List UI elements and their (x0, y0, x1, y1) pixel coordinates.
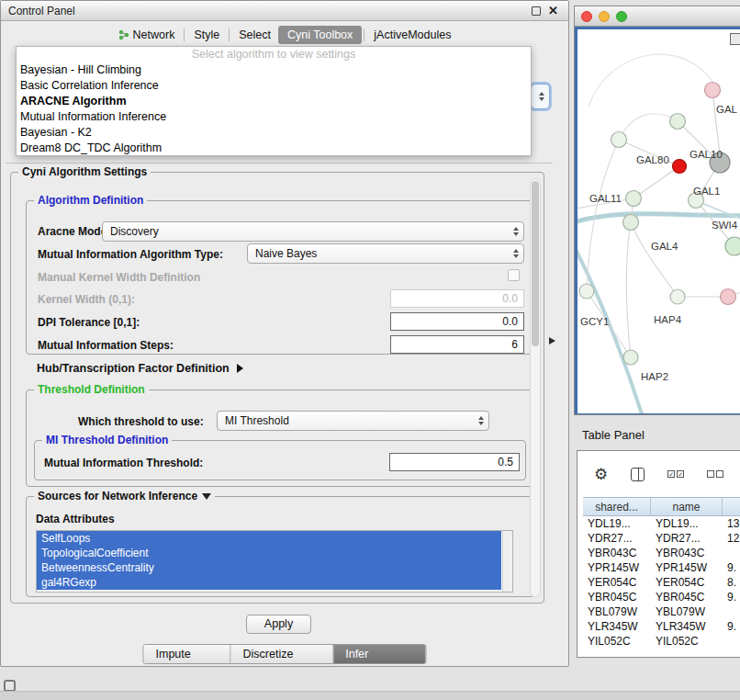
algorithm-definition-group: Algorithm Definition Aracne Mode: Discov… (26, 200, 534, 355)
close-traffic-icon[interactable] (581, 11, 592, 22)
kernel-width-input[interactable] (390, 289, 524, 308)
column-header-shared[interactable]: shared... (583, 498, 651, 515)
tab-network[interactable]: Network (111, 26, 183, 44)
minimize-traffic-icon[interactable] (599, 11, 610, 22)
window-title: Control Panel (8, 5, 75, 17)
table-row[interactable]: YER054CYER054C8. (583, 575, 740, 590)
attribute-item[interactable]: TopologicalCoefficient (37, 546, 501, 560)
attribute-item[interactable]: SelfLoops (37, 531, 501, 546)
tab-jactivemodules[interactable]: jActiveModules (366, 26, 458, 44)
dpi-tolerance-input[interactable] (390, 312, 524, 331)
zoom-traffic-icon[interactable] (616, 11, 627, 22)
tab-impute-data[interactable]: Impute Data (144, 645, 231, 663)
column-header-partial[interactable] (723, 498, 740, 515)
tab-label: Cyni Toolbox (287, 28, 353, 41)
algorithm-combobox-fragment[interactable] (531, 84, 550, 109)
expand-right-icon (237, 364, 243, 373)
tab-label: Style (194, 28, 219, 41)
network-node[interactable] (611, 132, 627, 148)
mi-steps-input[interactable] (390, 335, 524, 354)
network-node[interactable] (670, 114, 686, 130)
network-node[interactable] (725, 237, 740, 255)
table-row[interactable]: YDR27...YDR27...12 (583, 531, 740, 546)
hub-definition-label: Hub/Transcription Factor Definition (37, 362, 230, 375)
data-attributes-listbox[interactable]: SelfLoopsTopologicalCoefficientBetweenne… (36, 530, 513, 593)
gear-icon[interactable]: ⚙ (594, 467, 608, 482)
network-node[interactable] (626, 191, 642, 207)
list-scrollbar[interactable] (502, 531, 512, 592)
table-row[interactable]: YDL19...YDL19...13 (583, 516, 740, 531)
tab-style[interactable]: Style (186, 26, 227, 44)
algorithm-dropdown-list: Bayesian - Hill ClimbingBasic Correlatio… (17, 62, 531, 156)
table-cell: YBL079W (651, 604, 723, 619)
network-tab-icon (118, 29, 129, 40)
aracne-mode-combobox[interactable]: Discovery (102, 221, 524, 242)
which-threshold-combobox[interactable]: MI Threshold (217, 411, 489, 431)
sources-group: Sources for Network Inference Data Attri… (26, 496, 534, 597)
table-row[interactable]: YBR043CYBR043C (583, 546, 740, 560)
attribute-item[interactable]: BetweennessCentrality (37, 560, 501, 575)
node-label: HAP2 (641, 371, 668, 382)
group-title: MI Threshold Definition (42, 434, 172, 446)
clear-all-checks-icon[interactable] (707, 470, 723, 478)
table-row[interactable]: YIL052CYIL052C (583, 634, 740, 649)
network-node[interactable] (705, 83, 721, 98)
tab-select[interactable]: Select (231, 26, 278, 44)
algorithm-option[interactable]: Bayesian - K2 (17, 125, 531, 141)
hub-definition-expander[interactable]: Hub/Transcription Factor Definition (37, 362, 243, 375)
group-title: Threshold Definition (34, 383, 149, 396)
algorithm-option[interactable]: Dream8 DC_TDC Algorithm (17, 141, 531, 156)
algorithm-option[interactable]: ARACNE Algorithm (17, 94, 531, 109)
combo-arrows-icon (539, 92, 544, 101)
attribute-item[interactable]: gal4RGexp (37, 575, 501, 590)
network-node[interactable] (579, 284, 594, 299)
algorithm-option[interactable]: Mutual Information Inference (17, 109, 531, 125)
network-node[interactable] (623, 215, 639, 231)
mi-threshold-input[interactable] (389, 453, 520, 471)
network-edge[interactable] (633, 166, 679, 198)
table-cell: 9. (723, 619, 740, 634)
network-node[interactable] (670, 289, 685, 304)
table-header: shared... name (583, 497, 740, 516)
close-icon[interactable]: ✕ (548, 4, 558, 17)
network-edge[interactable] (589, 54, 715, 107)
select-all-checks-icon[interactable]: ✓✓ (667, 470, 684, 478)
algorithm-option[interactable]: Bayesian - Hill Climbing (17, 62, 531, 78)
table-row[interactable]: YPR145WYPR145W9. (583, 560, 740, 575)
network-node[interactable] (673, 160, 687, 174)
sources-group-title[interactable]: Sources for Network Inference (34, 490, 215, 502)
network-edge[interactable] (712, 90, 720, 152)
settings-scrollbar-track[interactable] (530, 178, 541, 597)
panel-scroll-arrow-icon[interactable] (549, 337, 555, 344)
network-edge[interactable] (619, 114, 678, 140)
apply-button[interactable]: Apply (246, 615, 311, 634)
settings-scrollbar-thumb[interactable] (532, 181, 539, 346)
table-row[interactable]: YBR045CYBR045C9. (583, 590, 740, 604)
combo-value: Naive Bayes (255, 247, 317, 260)
network-edge[interactable] (631, 222, 678, 297)
table-cell: YLR345W (583, 619, 651, 634)
combo-arrows-icon (478, 416, 484, 425)
column-header-name[interactable]: name (651, 498, 723, 515)
network-edge[interactable] (626, 222, 631, 357)
table-cell: 9. (723, 560, 740, 575)
network-canvas-area[interactable]: GALGAL80GAL10GAL11GAL1SWI4GAL4GCY1HAP4HA… (577, 29, 740, 413)
data-attributes-label: Data Attributes (36, 513, 115, 525)
network-canvas-svg[interactable]: GALGAL80GAL10GAL11GAL1SWI4GAL4GCY1HAP4HA… (577, 29, 740, 413)
tab-separator (184, 28, 185, 41)
network-overlay-toggle[interactable] (730, 33, 740, 45)
network-node[interactable] (623, 350, 638, 365)
network-node[interactable] (721, 289, 736, 305)
tab-infer-network[interactable]: Infer Network (333, 645, 425, 663)
manual-kernel-checkbox[interactable] (508, 269, 520, 281)
node-label: GAL11 (589, 193, 622, 204)
columns-icon[interactable] (631, 468, 645, 481)
mi-type-combobox[interactable]: Naive Bayes (247, 243, 524, 264)
algorithm-option[interactable]: Basic Correlation Inference (17, 78, 531, 94)
tab-discretize-data[interactable]: Discretize Data (231, 645, 334, 663)
table-row[interactable]: YBL079WYBL079W (583, 604, 740, 619)
float-window-icon[interactable] (532, 6, 541, 16)
separator (6, 163, 553, 164)
table-row[interactable]: YLR345WYLR345W9. (583, 619, 740, 634)
tab-cyni-toolbox[interactable]: Cyni Toolbox (278, 26, 362, 44)
